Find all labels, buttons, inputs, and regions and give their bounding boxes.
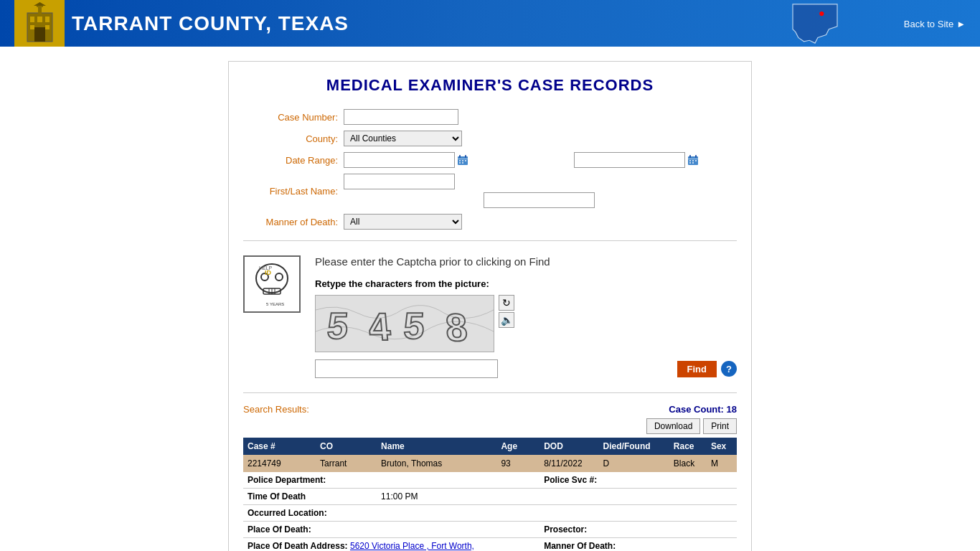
svg-text:4: 4 [367,305,392,348]
svg-point-31 [275,273,283,281]
svg-rect-13 [465,155,466,158]
manner-of-death-select[interactable]: All Accident Homicide Natural Suicide Un… [344,214,462,230]
last-name-input[interactable] [484,192,595,208]
manner-of-death-label: Manner of Death: [243,217,344,227]
col-race: Race [669,438,707,455]
page-header: TARRANT COUNTY, TEXAS Back to Site ► [0,0,980,47]
captcha-message: Please enter the Captcha prior to clicki… [315,255,737,268]
header-title: TARRANT COUNTY, TEXAS [72,12,349,35]
county-label: County: [243,133,344,144]
detail-time-val: 11:00 PM [377,489,540,505]
texas-map [786,1,844,46]
main-wrapper: MEDICAL EXAMINER'S CASE RECORDS Case Num… [0,47,980,551]
svg-rect-24 [689,160,691,161]
table-body: 2214749 Tarrant Bruton, Thomas 93 8/11/2… [243,455,737,551]
svg-text:5 YEARS: 5 YEARS [266,302,284,306]
captcha-right: Please enter the Captcha prior to clicki… [315,255,737,378]
table-header-row: Case # CO Name Age DOD Died/Found Race S… [243,438,737,455]
name-label: First/Last Name: [243,186,344,197]
svg-marker-4 [34,2,46,6]
captcha-section: ID HELP 5 YEARS Please enter the Captcha… [243,248,737,385]
svg-text:5: 5 [326,305,350,347]
case-number-input[interactable] [344,109,458,125]
svg-rect-5 [30,17,34,22]
calendar-end-icon[interactable] [687,154,699,166]
captcha-controls: ↻ 🔈 [499,295,514,328]
county-select[interactable]: All Counties Tarrant Dallas Denton Johns… [344,131,462,146]
download-button[interactable]: Download [646,418,700,434]
svg-rect-26 [695,160,697,161]
captcha-input[interactable] [315,359,498,378]
detail-empty [540,489,737,505]
help-icon[interactable]: ? [721,361,737,377]
detail-time-key: Time Of Death [243,489,377,505]
find-area: Find ? [677,361,737,377]
cell-co: Tarrant [316,455,377,472]
captcha-refresh-button[interactable]: ↻ [499,295,514,311]
svg-rect-23 [688,159,698,159]
table-header: Case # CO Name Age DOD Died/Found Race S… [243,438,737,455]
detail-occurred-location: Occurred Location: [243,505,540,522]
svg-point-10 [819,11,824,16]
svg-text:HELP: HELP [259,265,273,270]
name-row: First/Last Name: [243,174,737,208]
page-title: MEDICAL EXAMINER'S CASE RECORDS [243,76,737,95]
svg-rect-18 [459,162,461,164]
col-sex: Sex [707,438,737,455]
svg-rect-16 [462,160,463,161]
svg-rect-12 [459,155,461,158]
captcha-input-row: Find ? [315,359,737,378]
cell-name: Bruton, Thomas [377,455,496,472]
svg-rect-6 [45,17,50,22]
captcha-image: 5 4 5 8 [315,295,494,352]
cell-died-found: D [599,455,669,472]
content-box: MEDICAL EXAMINER'S CASE RECORDS Case Num… [228,61,752,551]
svg-text:8: 8 [444,306,468,349]
detail-manner: Manner Of Death: [540,538,737,552]
results-label: Search Results: [243,404,309,415]
back-to-site-link[interactable]: Back to Site ► [904,18,966,29]
results-divider [243,392,737,393]
svg-rect-15 [459,160,461,161]
detail-row-time: Time Of Death 11:00 PM [243,489,737,505]
results-table: Case # CO Name Age DOD Died/Found Race S… [243,438,737,551]
svg-rect-17 [465,160,466,161]
detail-police-dept: Police Department: [243,472,540,489]
results-section: Search Results: Case Count: 18 Download … [243,404,737,551]
cell-dod: 8/11/2022 [540,455,598,472]
find-button[interactable]: Find [677,361,717,377]
calendar-start-icon[interactable] [456,154,469,166]
cell-race: Black [669,455,707,472]
captcha-logo: ID HELP 5 YEARS [243,255,301,378]
captcha-audio-button[interactable]: 🔈 [499,312,514,328]
date-end-input[interactable] [574,152,685,168]
address-link[interactable]: 5620 Victoria Place , Fort Worth, [350,541,474,551]
manner-of-death-row: Manner of Death: All Accident Homicide N… [243,214,737,230]
captcha-logo-box: ID HELP 5 YEARS [243,255,301,313]
col-dod: DOD [540,438,598,455]
first-name-input[interactable] [344,174,455,189]
print-button[interactable]: Print [703,418,737,434]
detail-empty2 [540,505,737,522]
svg-rect-8 [30,25,34,29]
col-name: Name [377,438,496,455]
col-case-number: Case # [243,438,316,455]
svg-text:5: 5 [402,305,425,347]
date-start-input[interactable] [344,152,455,168]
detail-prosector: Prosector: [540,522,737,538]
svg-rect-19 [462,162,463,164]
svg-rect-27 [689,162,691,164]
detail-row-address: Place Of Death Address: 5620 Victoria Pl… [243,538,737,552]
county-row: County: All Counties Tarrant Dallas Dent… [243,131,737,146]
svg-rect-7 [37,17,42,22]
detail-place-of-death: Place Of Death: [243,522,540,538]
svg-rect-22 [695,155,697,158]
form-divider [243,240,737,241]
case-number-row: Case Number: [243,109,737,125]
county-building-icon [14,0,65,47]
svg-rect-9 [45,25,50,29]
detail-row-place: Place Of Death: Prosector: [243,522,737,538]
results-actions: Download Print [243,418,737,434]
date-range-label: Date Range: [243,155,344,166]
svg-rect-21 [689,155,691,158]
